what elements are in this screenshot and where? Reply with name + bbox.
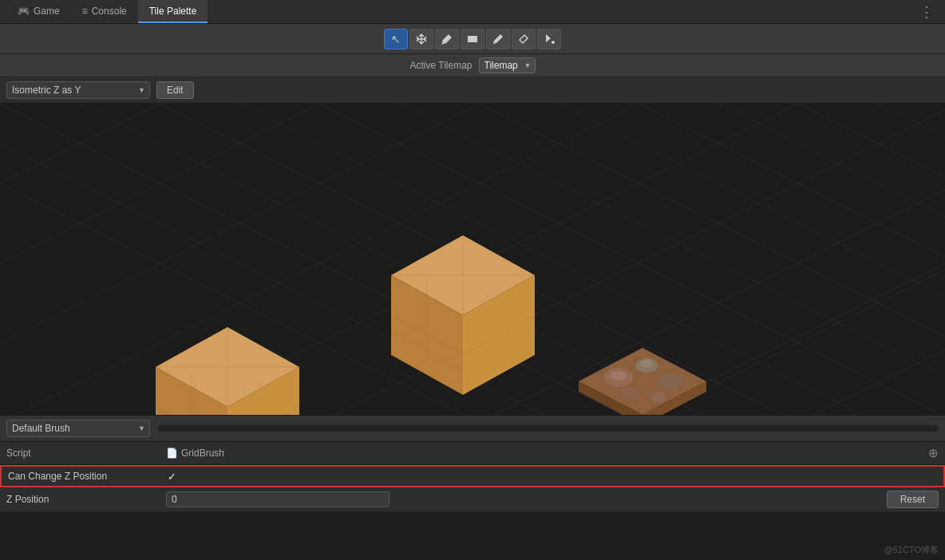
tile-block-right — [575, 341, 710, 415]
palette-row: Isometric Z as Y Edit — [0, 77, 945, 104]
svg-rect-0 — [468, 36, 477, 42]
eraser-tool-button[interactable] — [512, 29, 536, 49]
edit-button[interactable]: Edit — [156, 81, 194, 99]
tilemap-row: Active Tilemap Tilemap — [0, 54, 945, 77]
svg-rect-1 — [552, 41, 555, 44]
script-value: GridBrush — [181, 448, 224, 459]
viewport — [0, 104, 945, 415]
z-position-value: Reset — [166, 491, 939, 508]
z-position-row: Z Position Reset — [0, 487, 945, 512]
reset-button[interactable]: Reset — [887, 491, 939, 508]
script-label: Script — [6, 448, 166, 459]
can-change-z-row: Can Change Z Position ✓ — [0, 465, 945, 487]
z-position-label: Z Position — [6, 494, 166, 505]
brush-select[interactable]: Default Brush — [6, 420, 150, 437]
picker-tool-button[interactable] — [486, 29, 510, 49]
can-change-z-checkbox[interactable]: ✓ — [168, 471, 176, 483]
console-icon: ≡ — [82, 6, 88, 17]
fill-tool-button[interactable] — [537, 29, 561, 49]
bottom-panel: Default Brush Script 📄 GridBrush ⊕ Can C… — [0, 415, 945, 512]
toolbar: ↖ — [0, 24, 945, 54]
move-tool-button[interactable] — [409, 29, 433, 49]
game-icon: 🎮 — [18, 6, 30, 17]
tab-console[interactable]: ≡ Console — [71, 0, 138, 23]
tiles-container — [0, 104, 945, 415]
tab-bar: 🎮 Game ≡ Console Tile Palette ⋮ — [0, 0, 945, 24]
can-change-z-label: Can Change Z Position — [8, 471, 168, 482]
z-position-input[interactable] — [166, 491, 389, 507]
tilemap-select[interactable]: Tilemap — [479, 57, 536, 73]
svg-marker-51 — [579, 348, 706, 415]
tile-block-center — [383, 227, 543, 411]
tab-console-label: Console — [92, 6, 127, 17]
add-component-button[interactable]: ⊕ — [928, 446, 939, 460]
tab-tile-palette-label: Tile Palette — [149, 6, 197, 17]
horizontal-scrollbar[interactable] — [158, 425, 939, 432]
brush-row: Default Brush — [0, 416, 945, 442]
svg-point-56 — [658, 373, 683, 389]
svg-point-58 — [650, 392, 666, 403]
tab-game[interactable]: 🎮 Game — [6, 0, 71, 23]
more-options-button[interactable]: ⋮ — [915, 3, 939, 21]
select-tool-button[interactable]: ↖ — [384, 29, 408, 49]
paint-tool-button[interactable] — [435, 29, 459, 49]
svg-point-59 — [611, 371, 627, 381]
palette-dropdown[interactable]: Isometric Z as Y — [6, 81, 150, 99]
tile-block-left — [148, 319, 307, 415]
svg-point-60 — [640, 360, 653, 368]
rect-tool-button[interactable] — [461, 29, 484, 49]
svg-point-57 — [621, 387, 640, 400]
watermark: @51CTO博客 — [884, 544, 939, 556]
tab-game-label: Game — [34, 6, 60, 17]
active-tilemap-label: Active Tilemap — [409, 60, 472, 71]
can-change-z-value: ✓ — [168, 471, 937, 483]
script-row: Script 📄 GridBrush ⊕ — [0, 442, 945, 465]
tab-tile-palette[interactable]: Tile Palette — [138, 0, 208, 23]
script-file-icon: 📄 — [166, 448, 178, 459]
